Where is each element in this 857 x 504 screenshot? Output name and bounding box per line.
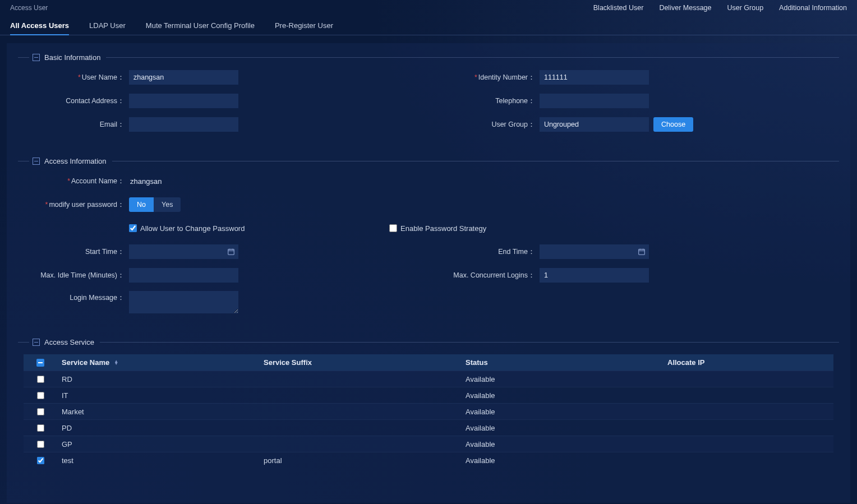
table-row: ITAvailable: [24, 387, 833, 403]
max-conc-field[interactable]: [540, 268, 649, 283]
tab-bar: All Access UsersLDAP UserMute Terminal U…: [0, 16, 857, 35]
legend-service: Access Service: [18, 338, 839, 346]
row-checkbox[interactable]: [37, 376, 44, 383]
collapse-icon[interactable]: [33, 158, 40, 165]
enable-strategy-checkbox[interactable]: Enable Password Strategy: [389, 224, 486, 233]
top-link-deliver-message[interactable]: Deliver Message: [659, 4, 711, 12]
cell-name: RD: [57, 375, 259, 383]
account-value: zhangsan: [129, 177, 162, 186]
legend-basic-label: Basic Information: [44, 53, 100, 62]
enable-strategy-input[interactable]: [389, 224, 397, 232]
cell-name: Market: [57, 408, 259, 416]
top-link-additional-information[interactable]: Additional Information: [779, 4, 847, 12]
col-status: Status: [461, 358, 663, 367]
top-link-blacklisted-user[interactable]: Blacklisted User: [593, 4, 644, 12]
cell-status: Available: [461, 440, 663, 448]
contact-field[interactable]: [129, 94, 238, 108]
allow-change-input[interactable]: [129, 224, 137, 232]
top-links: Blacklisted UserDeliver MessageUser Grou…: [593, 4, 847, 12]
cell-suffix: portal: [259, 456, 461, 465]
label-identity: Identity Number：: [478, 73, 535, 81]
label-account: Account Name：: [71, 177, 125, 185]
legend-service-label: Access Service: [44, 338, 94, 346]
table-row: PDAvailable: [24, 419, 833, 436]
col-name[interactable]: Service Name: [62, 358, 109, 367]
tab-mute-terminal-user-config-profile[interactable]: Mute Terminal User Config Profile: [146, 16, 255, 35]
login-msg-field[interactable]: [129, 291, 238, 313]
col-suffix: Service Suffix: [259, 358, 461, 367]
legend-access-label: Access Information: [44, 157, 107, 165]
tab-pre-register-user[interactable]: Pre-Register User: [275, 16, 333, 35]
label-start-time: Start Time：: [85, 248, 125, 256]
label-contact: Contact Address：: [66, 97, 125, 105]
table-row: GPAvailable: [24, 436, 833, 452]
cell-status: Available: [461, 424, 663, 432]
table-row: MarketAvailable: [24, 403, 833, 419]
cell-name: IT: [57, 391, 259, 400]
row-checkbox[interactable]: [37, 408, 44, 415]
label-modify-password: modify user password：: [49, 201, 125, 209]
username-field[interactable]: [129, 70, 238, 85]
choose-button[interactable]: Choose: [653, 117, 693, 132]
collapse-icon[interactable]: [33, 54, 40, 61]
end-time-field[interactable]: [540, 244, 649, 259]
legend-access: Access Information: [18, 157, 839, 165]
section-access: Access Information *Account Name： zhangs…: [18, 157, 839, 321]
table-row: testportalAvailable: [24, 452, 833, 468]
identity-field[interactable]: [540, 70, 649, 85]
label-max-idle: Max. Idle Time (Minutes)：: [40, 271, 125, 279]
select-all-checkbox[interactable]: [36, 359, 44, 367]
top-link-user-group[interactable]: User Group: [727, 4, 763, 12]
label-username: User Name：: [82, 73, 125, 81]
usergroup-field[interactable]: [540, 117, 649, 132]
cell-name: PD: [57, 424, 259, 432]
toggle-yes[interactable]: Yes: [154, 197, 181, 212]
section-service: Access Service Service Name ▲▼ Service S…: [18, 338, 839, 468]
table-header: Service Name ▲▼ Service Suffix Status Al…: [24, 354, 833, 371]
cell-status: Available: [461, 375, 663, 383]
max-idle-field[interactable]: [129, 268, 238, 283]
cell-status: Available: [461, 408, 663, 416]
table-row: RDAvailable: [24, 371, 833, 387]
label-usergroup: User Group：: [491, 121, 535, 128]
label-login-msg: Login Message：: [70, 294, 125, 302]
enable-strategy-label: Enable Password Strategy: [400, 224, 486, 233]
email-field[interactable]: [129, 117, 238, 132]
modify-password-toggle[interactable]: No Yes: [129, 197, 181, 212]
row-checkbox[interactable]: [37, 424, 44, 432]
cell-name: GP: [57, 440, 259, 448]
cell-status: Available: [461, 456, 663, 465]
collapse-icon[interactable]: [33, 339, 40, 346]
row-checkbox[interactable]: [37, 441, 44, 448]
sort-icon[interactable]: ▲▼: [114, 360, 118, 365]
legend-basic: Basic Information: [18, 53, 839, 62]
service-table: Service Name ▲▼ Service Suffix Status Al…: [24, 354, 833, 468]
tab-ldap-user[interactable]: LDAP User: [89, 16, 126, 35]
telephone-field[interactable]: [540, 94, 649, 108]
label-max-conc: Max. Concurrent Logins：: [453, 271, 535, 279]
cell-status: Available: [461, 391, 663, 400]
label-telephone: Telephone：: [495, 97, 535, 105]
section-basic: Basic Information *User Name： *Identity …: [18, 53, 839, 140]
tab-all-access-users[interactable]: All Access Users: [10, 16, 69, 35]
row-checkbox[interactable]: [37, 392, 44, 399]
start-time-field[interactable]: [129, 244, 238, 259]
cell-name: test: [57, 456, 259, 465]
allow-change-label: Allow User to Change Password: [140, 224, 245, 233]
page-title: Access User: [10, 4, 48, 12]
toggle-no[interactable]: No: [129, 197, 154, 212]
row-checkbox[interactable]: [37, 457, 44, 464]
allow-change-checkbox[interactable]: Allow User to Change Password: [129, 224, 245, 233]
label-email: Email：: [100, 121, 125, 128]
label-end-time: End Time：: [498, 248, 535, 256]
col-ip: Allocate IP: [663, 358, 833, 367]
